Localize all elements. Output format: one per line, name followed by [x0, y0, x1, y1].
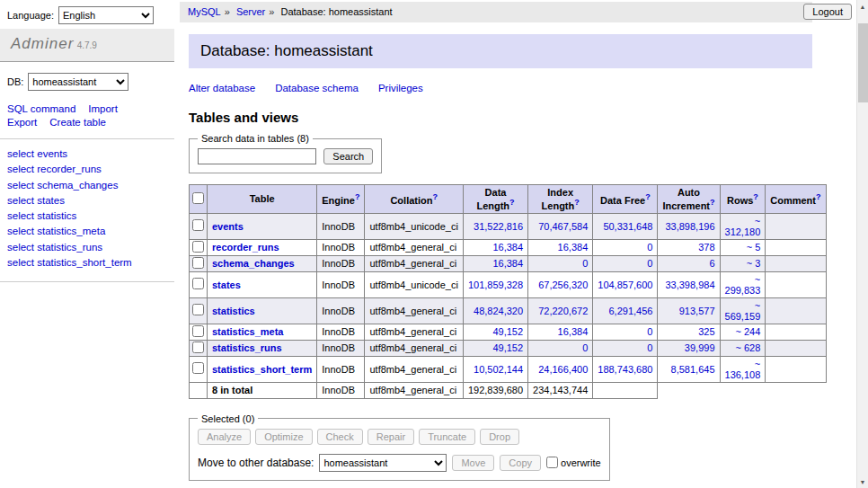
table-name-link[interactable]: events: [212, 221, 244, 232]
row-checkbox[interactable]: [192, 241, 204, 253]
sidebar-table-link[interactable]: select recorder_runs: [7, 164, 102, 174]
rows-link[interactable]: ~ 299,833: [725, 274, 761, 296]
overwrite-checkbox[interactable]: [546, 457, 558, 468]
data-free-link[interactable]: 0: [647, 258, 652, 269]
row-checkbox[interactable]: [192, 257, 204, 269]
rows-link[interactable]: ~ 569,159: [725, 300, 761, 322]
auto-increment-link[interactable]: 8,581,645: [671, 364, 715, 375]
auto-increment-link[interactable]: 33,398,984: [665, 279, 714, 290]
column-help-link[interactable]: ?: [432, 192, 438, 201]
sidebar-table-link[interactable]: select statistics_meta: [7, 226, 105, 236]
auto-increment-link[interactable]: 39,999: [685, 342, 715, 353]
data-length-link[interactable]: 101,859,328: [468, 279, 523, 290]
table-name-link[interactable]: statistics_meta: [212, 326, 284, 337]
rows-link[interactable]: ~ 136,108: [725, 359, 761, 380]
rows-link[interactable]: ~ 312,180: [725, 216, 761, 237]
sidebar-table-link[interactable]: select events: [7, 148, 67, 159]
row-checkbox[interactable]: [192, 304, 204, 315]
index-length-link[interactable]: 0: [582, 342, 588, 353]
table-name-link[interactable]: statistics_runs: [212, 342, 282, 353]
selected-action-button[interactable]: Optimize: [255, 429, 312, 445]
select-all-checkbox[interactable]: [192, 192, 204, 204]
content-link[interactable]: Database schema: [275, 83, 359, 93]
rows-link[interactable]: ~ 244: [735, 326, 760, 337]
data-free-link[interactable]: 0: [647, 326, 652, 337]
sidebar-table-link[interactable]: select states: [7, 195, 65, 206]
table-name-link[interactable]: statistics: [212, 306, 255, 316]
data-free-link[interactable]: 0: [647, 242, 652, 253]
content-link[interactable]: Privileges: [378, 83, 423, 93]
scrollbar[interactable]: ▲ ▼: [856, 0, 868, 488]
data-length-link[interactable]: 10,502,144: [474, 364, 523, 375]
sidebar-table-link[interactable]: select statistics: [7, 210, 76, 221]
sidebar-action-link[interactable]: Export: [7, 117, 37, 128]
overwrite-option[interactable]: overwrite: [546, 457, 601, 468]
breadcrumb-link[interactable]: Server: [236, 6, 265, 17]
index-length-link[interactable]: 16,384: [558, 242, 589, 253]
column-help-link[interactable]: ?: [645, 192, 651, 201]
column-help-link[interactable]: ?: [710, 198, 715, 207]
move-button[interactable]: Move: [452, 455, 494, 471]
content-link[interactable]: Alter database: [189, 83, 255, 93]
index-length-link[interactable]: 0: [582, 258, 588, 269]
auto-increment-link[interactable]: 325: [698, 326, 714, 337]
data-free-link[interactable]: 6,291,456: [609, 306, 653, 316]
db-select[interactable]: homeassistant: [28, 73, 128, 91]
index-length-link[interactable]: 67,256,320: [538, 279, 588, 290]
scroll-thumb[interactable]: [858, 23, 868, 102]
column-help-link[interactable]: ?: [355, 192, 360, 201]
selected-action-button[interactable]: Check: [317, 429, 363, 445]
index-length-link[interactable]: 16,384: [558, 326, 589, 337]
breadcrumb-link[interactable]: MySQL: [188, 6, 221, 17]
data-free-link[interactable]: 188,743,680: [598, 364, 652, 375]
rows-link[interactable]: ~ 3: [747, 258, 761, 269]
auto-increment-link[interactable]: 913,577: [679, 306, 715, 316]
row-checkbox[interactable]: [192, 325, 204, 337]
sidebar-table-link[interactable]: select statistics_runs: [7, 242, 102, 253]
sidebar-action-link[interactable]: SQL command: [7, 103, 75, 114]
sidebar-action-link[interactable]: Create table: [49, 117, 106, 128]
table-name-link[interactable]: states: [212, 279, 241, 290]
auto-increment-link[interactable]: 33,898,196: [665, 221, 714, 232]
copy-button[interactable]: Copy: [500, 455, 541, 471]
column-help-link[interactable]: ?: [816, 192, 821, 201]
search-button[interactable]: Search: [323, 148, 373, 164]
data-length-link[interactable]: 49,152: [492, 342, 523, 353]
data-length-link[interactable]: 48,824,320: [474, 306, 523, 316]
selected-action-button[interactable]: Truncate: [419, 429, 475, 445]
index-length-link[interactable]: 24,166,400: [538, 364, 588, 375]
selected-action-button[interactable]: Drop: [480, 429, 519, 445]
scroll-up-arrow[interactable]: ▲: [857, 0, 868, 13]
logout-button[interactable]: Logout: [803, 4, 852, 20]
scroll-down-arrow[interactable]: ▼: [857, 475, 868, 488]
sidebar-table-link[interactable]: select schema_changes: [7, 180, 118, 191]
selected-action-button[interactable]: Repair: [368, 429, 414, 445]
search-input[interactable]: [198, 148, 316, 164]
auto-increment-link[interactable]: 378: [698, 242, 714, 253]
data-length-link[interactable]: 49,152: [492, 326, 523, 337]
row-checkbox[interactable]: [192, 278, 204, 289]
column-help-link[interactable]: ?: [574, 198, 580, 207]
move-db-select[interactable]: homeassistant: [319, 454, 447, 472]
data-length-link[interactable]: 16,384: [492, 242, 523, 253]
language-select[interactable]: English: [58, 6, 154, 24]
index-length-link[interactable]: 72,220,672: [538, 306, 588, 316]
data-free-link[interactable]: 50,331,648: [603, 221, 652, 232]
column-help-link[interactable]: ?: [753, 192, 758, 201]
index-length-link[interactable]: 70,467,584: [538, 221, 588, 232]
table-name-link[interactable]: statistics_short_term: [212, 364, 312, 375]
data-free-link[interactable]: 0: [647, 342, 652, 353]
sidebar-action-link[interactable]: Import: [88, 103, 118, 114]
table-name-link[interactable]: schema_changes: [212, 258, 295, 269]
table-name-link[interactable]: recorder_runs: [212, 242, 279, 253]
app-title-link[interactable]: Adminer: [11, 35, 74, 52]
selected-action-button[interactable]: Analyze: [198, 429, 251, 445]
data-length-link[interactable]: 16,384: [492, 258, 523, 269]
data-length-link[interactable]: 31,522,816: [474, 221, 523, 232]
column-help-link[interactable]: ?: [509, 198, 515, 207]
sidebar-table-link[interactable]: select statistics_short_term: [7, 257, 132, 268]
rows-link[interactable]: ~ 5: [747, 242, 761, 253]
row-checkbox[interactable]: [192, 342, 204, 353]
auto-increment-link[interactable]: 6: [709, 258, 714, 269]
row-checkbox[interactable]: [192, 219, 204, 231]
